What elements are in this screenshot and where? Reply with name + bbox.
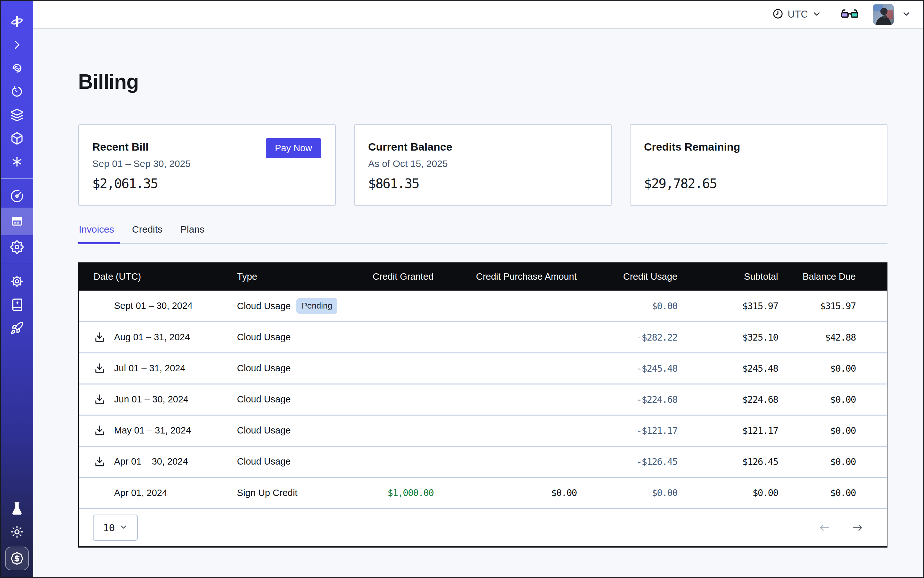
cell-subtotal: $224.68: [677, 384, 778, 415]
prev-page-button[interactable]: [817, 522, 832, 533]
chevron-down-icon: [119, 523, 128, 533]
sun-icon: [10, 525, 24, 539]
column-header-subtotal: Subtotal: [677, 262, 778, 291]
timezone-selector[interactable]: UTC: [772, 8, 822, 21]
avatar[interactable]: [873, 4, 894, 25]
pagination: 10: [79, 508, 887, 546]
column-header-credit-granted: Credit Granted: [343, 262, 434, 291]
invoice-type: Cloud Usage: [237, 332, 291, 342]
cell-subtotal: $245.48: [677, 353, 778, 384]
invoice-date: Jun 01 – 30, 2024: [114, 394, 188, 404]
sidebar: [1, 1, 33, 577]
download-invoice-button[interactable]: [94, 393, 106, 406]
user-menu-button[interactable]: [901, 9, 911, 20]
tab-invoices[interactable]: Invoices: [78, 224, 116, 243]
pay-now-button[interactable]: Pay Now: [266, 138, 321, 158]
sidebar-item-dollar-badge[interactable]: [5, 547, 29, 570]
cell-subtotal: $126.45: [677, 446, 778, 477]
cell-credit-usage: -$245.48: [577, 353, 677, 384]
layers-icon: [10, 108, 24, 122]
download-invoice-button[interactable]: [94, 331, 106, 343]
sidebar-item-asterisk[interactable]: [1, 150, 33, 173]
invoice-type: Cloud Usage: [237, 394, 291, 404]
card-recent-bill: Recent BillSep 01 – Sep 30, 2025Pay Now$…: [78, 124, 336, 206]
sidebar-divider: [1, 264, 33, 264]
cell-subtotal: $315.97: [677, 291, 778, 321]
cell-credit-usage: $0.00: [577, 291, 677, 321]
sidebar-item-flask[interactable]: [1, 497, 33, 520]
invoice-type: Cloud Usage: [237, 456, 291, 466]
card-current-balance: Current BalanceAs of Oct 15, 2025$861.35: [354, 124, 612, 206]
sidebar-item-layers[interactable]: [1, 103, 33, 127]
column-header-date-utc: Date (UTC): [79, 262, 237, 291]
invoice-date: Aug 01 – 31, 2024: [114, 332, 190, 342]
cell-credit-usage: -$282.22: [577, 321, 677, 353]
sidebar-item-cube[interactable]: [1, 127, 33, 150]
cell-subtotal: $325.10: [677, 321, 778, 353]
download-icon: [94, 371, 106, 375]
download-invoice-button[interactable]: [94, 362, 106, 375]
cell-balance-due: $0.00: [778, 384, 887, 415]
download-invoice-button[interactable]: [94, 456, 106, 468]
cell-balance-due: $0.00: [778, 353, 887, 384]
card-title: Current Balance: [368, 141, 452, 153]
invoice-type: Sign Up Credit: [237, 488, 298, 498]
rocket-icon: [10, 321, 24, 335]
sidebar-item-helm[interactable]: [1, 270, 33, 293]
timer-icon: [10, 85, 24, 98]
cell-credit-purchase: [434, 291, 577, 321]
billing-card-icon: [10, 215, 24, 228]
cell-credit-granted: [343, 415, 434, 446]
download-icon: [94, 433, 106, 438]
download-icon: [94, 339, 106, 344]
sidebar-item-observe-spiral[interactable]: [1, 57, 33, 80]
card-amount: $2,061.35: [92, 176, 321, 191]
invoice-type: Cloud Usage: [237, 425, 291, 435]
card-amount: $861.35: [368, 176, 597, 191]
cell-credit-usage: -$224.68: [577, 384, 677, 415]
sidebar-item-billing-card[interactable]: [1, 208, 33, 235]
column-header-balance-due: Balance Due: [778, 262, 887, 291]
cell-credit-granted: [343, 384, 434, 415]
cell-credit-usage: -$126.45: [577, 446, 677, 477]
tab-credits[interactable]: Credits: [132, 224, 164, 243]
topbar: UTC: [33, 1, 923, 29]
summary-cards: Recent BillSep 01 – Sep 30, 2025Pay Now$…: [78, 124, 887, 206]
cell-subtotal: $121.17: [677, 415, 778, 446]
cell-credit-purchase: [434, 353, 577, 384]
cell-balance-due: $0.00: [778, 446, 887, 477]
sidebar-item-logo-orbit[interactable]: [1, 10, 33, 33]
card-title: Credits Remaining: [644, 141, 740, 153]
card-title: Recent Bill: [92, 141, 191, 153]
cell-credit-usage: -$121.17: [577, 415, 677, 446]
invoice-date: Apr 01 – 30, 2024: [114, 456, 188, 466]
table-header-row: Date (UTC)TypeCredit GrantedCredit Purch…: [79, 262, 887, 291]
sidebar-item-chevron-right[interactable]: [1, 33, 33, 57]
sidebar-item-gauge[interactable]: [1, 184, 33, 208]
table-row: Jun 01 – 30, 2024Cloud Usage-$224.68$224…: [79, 384, 887, 415]
invoice-type: Cloud Usage: [237, 363, 291, 373]
reader-mode-button[interactable]: [841, 9, 859, 20]
download-invoice-button[interactable]: [94, 425, 106, 437]
table-row: Apr 01 – 30, 2024Cloud Usage-$126.45$126…: [79, 446, 887, 477]
page-size-select[interactable]: 10: [93, 515, 138, 541]
sidebar-divider: [1, 179, 33, 179]
clock-icon: [772, 8, 784, 21]
sidebar-item-gear[interactable]: [1, 235, 33, 258]
card-credits-remaining: Credits Remaining$29,782.65: [630, 124, 887, 206]
logo-orbit-icon: [10, 15, 24, 29]
chevron-down-icon: [812, 9, 822, 20]
sidebar-item-rocket[interactable]: [1, 316, 33, 339]
next-page-button[interactable]: [850, 522, 865, 533]
cell-credit-usage: $0.00: [577, 477, 677, 508]
cell-balance-due: $315.97: [778, 291, 887, 321]
sidebar-item-book-sparkle[interactable]: [1, 293, 33, 316]
page-title: Billing: [78, 70, 887, 94]
tab-plans[interactable]: Plans: [180, 224, 206, 243]
download-icon: [94, 402, 106, 407]
cell-credit-granted: [343, 446, 434, 477]
sidebar-item-sun[interactable]: [1, 520, 33, 543]
chevron-down-icon: [901, 9, 911, 20]
sidebar-item-timer[interactable]: [1, 80, 33, 103]
invoices-table: Date (UTC)TypeCredit GrantedCredit Purch…: [78, 262, 887, 547]
